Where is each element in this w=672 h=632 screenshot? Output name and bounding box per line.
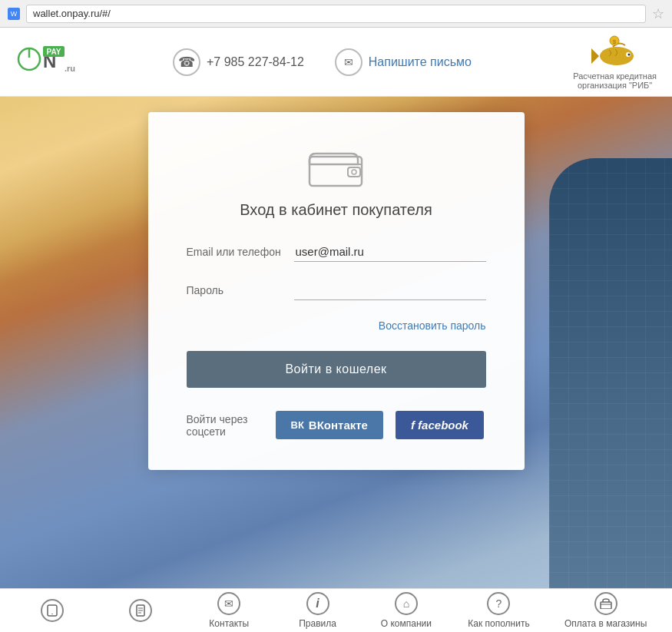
restore-link[interactable]: Восстановить пароль	[379, 319, 486, 332]
url-bar[interactable]: wallet.onpay.ru/#/	[26, 5, 646, 23]
svg-point-9	[628, 53, 631, 55]
svg-text:$: $	[613, 38, 617, 45]
rib-fish-logo: $	[590, 35, 640, 71]
email-row: Email или телефон	[187, 242, 486, 262]
footer-about-label: О компании	[381, 618, 432, 629]
social-label: Войти через соцсети	[187, 413, 263, 438]
email-link[interactable]: Напишите письмо	[369, 55, 472, 69]
vk-button-label: ВКонтакте	[309, 419, 368, 432]
footer-item-shop[interactable]: Оплата в магазины	[564, 592, 647, 629]
password-input[interactable]	[294, 280, 486, 300]
logo[interactable]: N PAY .ru	[15, 42, 81, 81]
background-building	[549, 158, 672, 604]
footer-item-topup[interactable]: ? Как пополнить	[468, 592, 529, 629]
svg-text:PAY: PAY	[47, 48, 61, 56]
header-email[interactable]: ✉ Напишите письмо	[335, 48, 472, 76]
login-title: Вход в кабинет покупателя	[187, 201, 486, 219]
password-row: Пароль	[187, 280, 486, 300]
svg-rect-22	[601, 602, 611, 609]
site-header: N PAY .ru ☎ +7 985 227-84-12 ✉ Напишите …	[0, 28, 672, 97]
footer-rules-label: Правила	[299, 618, 336, 629]
header-rib: $ Расчетная кредитная организация "РИБ"	[573, 35, 657, 90]
phone-number: +7 985 227-84-12	[207, 55, 304, 69]
rib-text-line2: организация "РИБ"	[578, 81, 652, 90]
footer-item-tablet[interactable]	[25, 599, 79, 622]
facebook-icon: f	[411, 419, 415, 432]
svg-marker-7	[591, 48, 599, 64]
svg-rect-14	[348, 167, 360, 177]
vk-login-button[interactable]: ВК ВКонтакте	[276, 411, 383, 439]
svg-rect-12	[310, 157, 362, 186]
footer-contacts-label: Контакты	[209, 618, 249, 629]
logo-on: N PAY .ru	[15, 42, 81, 81]
login-card: Вход в кабинет покупателя Email или теле…	[148, 112, 525, 470]
phone-icon: ☎	[173, 48, 200, 76]
info-icon: i	[306, 592, 329, 615]
svg-text:.ru: .ru	[65, 64, 75, 73]
social-row: Войти через соцсети ВК ВКонтакте f faceb…	[187, 411, 486, 439]
fb-button-label: facebook	[418, 419, 468, 432]
contacts-icon: ✉	[217, 592, 240, 615]
browser-chrome: W wallet.onpay.ru/#/ ☆	[0, 0, 672, 28]
rib-text-line1: Расчетная кредитная	[573, 71, 657, 81]
wallet-icon	[306, 143, 367, 189]
vk-icon: ВК	[291, 419, 304, 431]
email-icon: ✉	[335, 48, 362, 76]
footer-item-rules[interactable]: i Правила	[291, 592, 345, 629]
footer-shop-label: Оплата в магазины	[564, 618, 647, 629]
password-label: Пароль	[187, 284, 294, 296]
site-footer: ✉ Контакты i Правила ⌂ О компании ? Как …	[0, 588, 672, 632]
footer-item-contacts[interactable]: ✉ Контакты	[202, 592, 256, 629]
svg-point-15	[352, 170, 356, 174]
facebook-login-button[interactable]: f facebook	[396, 411, 484, 439]
header-phone: ☎ +7 985 227-84-12	[173, 48, 304, 76]
footer-topup-label: Как пополнить	[468, 618, 529, 629]
main-area: Вход в кабинет покупателя Email или теле…	[0, 97, 672, 604]
tablet-icon	[41, 599, 64, 622]
email-input[interactable]	[294, 242, 486, 262]
shop-icon	[594, 592, 617, 615]
login-button[interactable]: Войти в кошелек	[187, 351, 486, 388]
footer-item-about[interactable]: ⌂ О компании	[379, 592, 433, 629]
restore-link-wrap: Восстановить пароль	[187, 319, 486, 333]
home-icon: ⌂	[395, 592, 418, 615]
wallet-icon-wrap	[187, 143, 486, 189]
browser-favicon: W	[8, 8, 20, 20]
document-icon	[129, 599, 152, 622]
question-icon: ?	[487, 592, 510, 615]
bookmark-star-icon[interactable]: ☆	[652, 5, 664, 22]
footer-item-document[interactable]	[114, 599, 167, 622]
email-label: Email или телефон	[187, 246, 294, 258]
